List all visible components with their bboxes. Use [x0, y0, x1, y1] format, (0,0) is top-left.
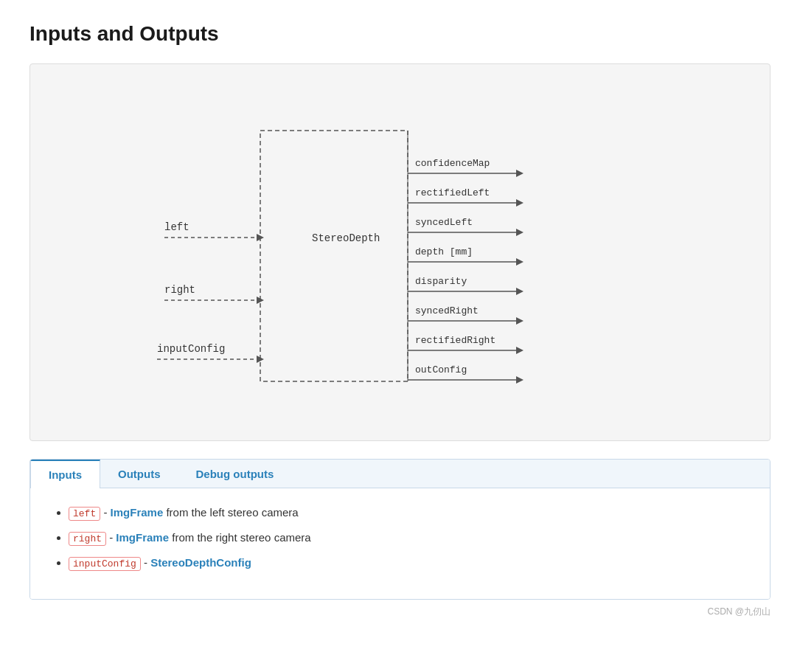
- svg-marker-23: [516, 376, 524, 384]
- tab-inputs-content: left - ImgFrame from the left stereo cam…: [30, 488, 770, 599]
- input-left-label: left: [164, 221, 189, 233]
- inputs-list: left - ImgFrame from the left stereo cam…: [54, 506, 746, 571]
- input-right-label: right: [164, 284, 195, 296]
- svg-marker-19: [516, 317, 524, 325]
- svg-marker-17: [516, 288, 524, 295]
- node-label: StereoDepth: [312, 232, 380, 244]
- svg-marker-15: [516, 258, 524, 266]
- output-rectified-left-label: rectifiedLeft: [415, 187, 490, 198]
- svg-marker-11: [516, 199, 524, 207]
- tab-header: Inputs Outputs Debug outputs: [30, 460, 770, 488]
- diagram: StereoDepth left right inputConfig confi…: [142, 86, 658, 418]
- svg-marker-13: [516, 229, 524, 236]
- output-config-label: outConfig: [415, 364, 467, 375]
- output-synced-left-label: syncedLeft: [415, 217, 473, 228]
- tab-debug[interactable]: Debug outputs: [178, 460, 292, 488]
- input-name-right: right: [69, 532, 106, 546]
- list-item-config: inputConfig - StereoDepthConfig: [69, 556, 746, 571]
- list-item-right: right - ImgFrame from the right stereo c…: [69, 531, 746, 546]
- output-rectified-right-label: rectifiedRight: [415, 335, 495, 346]
- watermark: CSDN @九仞山: [29, 606, 771, 618]
- input-config-label: inputConfig: [157, 343, 225, 355]
- list-item-left: left - ImgFrame from the left stereo cam…: [69, 506, 746, 521]
- input-name-config: inputConfig: [69, 557, 141, 571]
- input-type-right: ImgFrame: [116, 531, 169, 544]
- output-disparity-label: disparity: [415, 276, 467, 287]
- input-type-left: ImgFrame: [111, 506, 164, 519]
- tabs-container: Inputs Outputs Debug outputs left - ImgF…: [29, 459, 771, 600]
- svg-rect-0: [260, 131, 408, 381]
- diagram-container: StereoDepth left right inputConfig confi…: [29, 63, 771, 441]
- page-title: Inputs and Outputs: [29, 22, 771, 46]
- output-synced-right-label: syncedRight: [415, 305, 479, 316]
- output-confidence-label: confidenceMap: [415, 158, 490, 169]
- input-type-config: StereoDepthConfig: [150, 556, 251, 569]
- output-depth-label: depth [mm]: [415, 246, 473, 257]
- tab-outputs[interactable]: Outputs: [100, 460, 178, 488]
- svg-marker-9: [516, 170, 524, 177]
- diagram-svg: StereoDepth left right inputConfig confi…: [142, 86, 644, 418]
- input-name-left: left: [69, 507, 100, 521]
- tab-inputs[interactable]: Inputs: [30, 460, 100, 488]
- svg-marker-21: [516, 347, 524, 354]
